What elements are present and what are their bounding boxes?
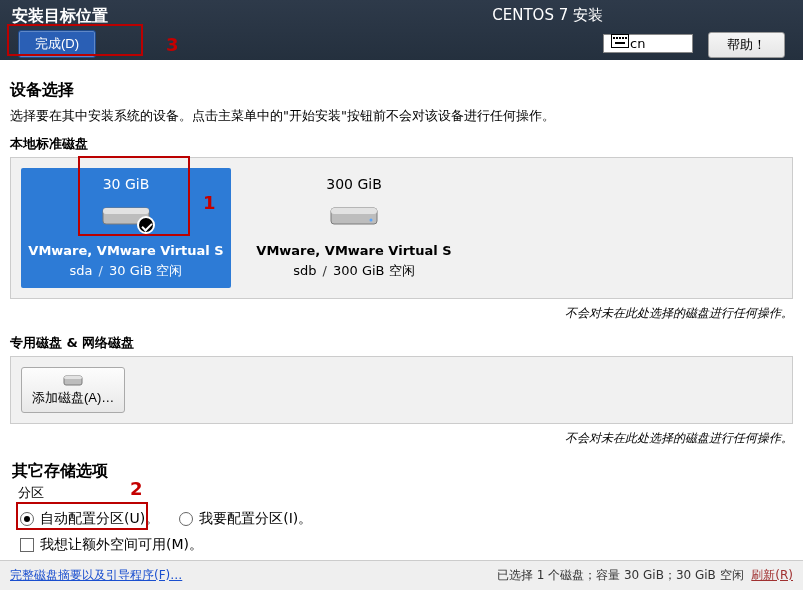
check-icon bbox=[137, 216, 155, 234]
svg-rect-5 bbox=[622, 37, 624, 39]
annotation-label-2: 2 bbox=[130, 478, 143, 499]
status-text: 已选择 1 个磁盘；容量 30 GiB；30 GiB 空闲 bbox=[497, 568, 744, 582]
main-content: 设备选择 选择要在其中安装系统的设备。点击主菜单中的"开始安装"按钮前不会对该设… bbox=[0, 60, 803, 586]
unselected-note: 不会对未在此处选择的磁盘进行任何操作。 bbox=[10, 305, 793, 322]
disk-meta: sda/30 GiB 空闲 bbox=[27, 262, 225, 280]
special-disks-row: 添加磁盘(A)… bbox=[10, 356, 793, 424]
disk-dev: sda bbox=[70, 263, 93, 278]
disk-name: VMware, VMware Virtual S bbox=[27, 243, 225, 258]
annotation-label-3: 3 bbox=[166, 34, 179, 55]
local-disks-row: 1 30 GiB VMware, VMware Virtual S sda/30… bbox=[10, 157, 793, 299]
release-title: CENTOS 7 安装 bbox=[492, 6, 603, 25]
svg-rect-15 bbox=[64, 376, 82, 379]
disk-size: 300 GiB bbox=[255, 172, 453, 194]
svg-rect-4 bbox=[619, 37, 621, 39]
disk-tile-sdb[interactable]: 300 GiB VMware, VMware Virtual S sdb/300… bbox=[249, 168, 459, 288]
svg-rect-1 bbox=[612, 35, 628, 47]
add-disk-label: 添加磁盘(A)… bbox=[32, 389, 114, 407]
disk-size: 30 GiB bbox=[27, 172, 225, 194]
svg-point-13 bbox=[370, 219, 373, 222]
svg-rect-7 bbox=[615, 42, 625, 44]
full-disk-summary-link[interactable]: 完整磁盘摘要以及引导程序(F)… bbox=[10, 567, 182, 584]
header-bar: 安装目标位置 完成(D) 3 CENTOS 7 安装 cn 帮助！ bbox=[0, 0, 803, 60]
disk-name: VMware, VMware Virtual S bbox=[255, 243, 453, 258]
hdd-icon bbox=[101, 200, 151, 230]
radio-icon bbox=[179, 512, 193, 526]
checkbox-label: 我想让额外空间可用(M)。 bbox=[40, 536, 203, 554]
disk-tile-sda[interactable]: 30 GiB VMware, VMware Virtual S sda/30 G… bbox=[21, 168, 231, 288]
disk-free: 30 GiB 空闲 bbox=[109, 263, 182, 278]
footer-bar: 完整磁盘摘要以及引导程序(F)… 已选择 1 个磁盘；容量 30 GiB；30 … bbox=[0, 560, 803, 590]
add-disk-button[interactable]: 添加磁盘(A)… bbox=[21, 367, 125, 413]
svg-rect-6 bbox=[625, 37, 627, 39]
device-selection-heading: 设备选择 bbox=[10, 80, 793, 101]
disk-meta: sdb/300 GiB 空闲 bbox=[255, 262, 453, 280]
disk-free: 300 GiB 空闲 bbox=[333, 263, 415, 278]
svg-rect-12 bbox=[331, 208, 377, 214]
radio-label: 我要配置分区(I)。 bbox=[199, 510, 312, 528]
special-disks-heading: 专用磁盘 & 网络磁盘 bbox=[10, 334, 793, 352]
svg-rect-2 bbox=[613, 37, 615, 39]
svg-rect-9 bbox=[103, 208, 149, 214]
page-title: 安装目标位置 bbox=[12, 6, 108, 27]
local-disks-heading: 本地标准磁盘 bbox=[10, 135, 793, 153]
device-selection-instruction: 选择要在其中安装系统的设备。点击主菜单中的"开始安装"按钮前不会对该设备进行任何… bbox=[10, 107, 793, 125]
refresh-link[interactable]: 刷新(R) bbox=[751, 568, 793, 582]
selection-status: 已选择 1 个磁盘；容量 30 GiB；30 GiB 空闲 刷新(R) bbox=[497, 567, 793, 584]
radio-auto-partition[interactable]: 自动配置分区(U)。 bbox=[20, 510, 159, 528]
checkbox-icon bbox=[20, 538, 34, 552]
done-button[interactable]: 完成(D) bbox=[18, 30, 96, 58]
radio-manual-partition[interactable]: 我要配置分区(I)。 bbox=[179, 510, 312, 528]
disk-dev: sdb bbox=[293, 263, 316, 278]
unselected-note-2: 不会对未在此处选择的磁盘进行任何操作。 bbox=[10, 430, 793, 447]
keyboard-icon bbox=[611, 34, 629, 48]
annotation-label-1: 1 bbox=[203, 192, 216, 213]
radio-label: 自动配置分区(U)。 bbox=[40, 510, 159, 528]
radio-icon bbox=[20, 512, 34, 526]
hdd-icon bbox=[329, 200, 379, 230]
help-button[interactable]: 帮助！ bbox=[708, 32, 785, 58]
add-disk-icon bbox=[63, 373, 83, 387]
checkbox-reclaim-space[interactable]: 我想让额外空间可用(M)。 bbox=[20, 536, 203, 554]
svg-rect-3 bbox=[616, 37, 618, 39]
